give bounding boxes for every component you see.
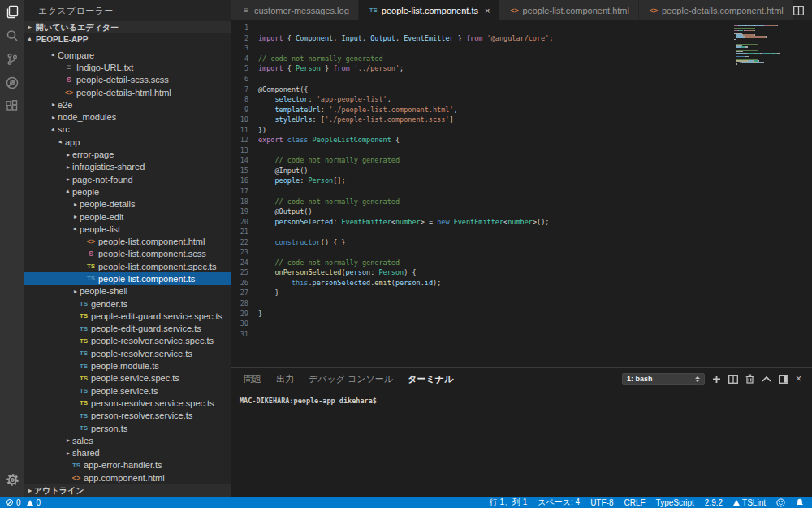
tab-customer-messages.log[interactable]: ≡customer-messages.log [231,0,358,20]
code-line-27[interactable]: 27 } [231,288,812,298]
maximize-panel-icon[interactable] [762,376,771,382]
code-line-18[interactable]: 18 // code not normally generated [231,196,812,206]
code-line-1[interactable]: 1 [231,23,812,33]
tree-item-people[interactable]: ▸people [24,185,231,198]
feedback-smiley-icon[interactable] [776,498,785,507]
code-line-2[interactable]: 2import { Component, Input, Output, Even… [231,33,812,44]
code-line-13[interactable]: 13 [231,145,812,156]
debug-icon[interactable] [0,71,24,94]
tree-item-people-list[interactable]: ▸people-list [24,223,231,235]
tab-people-details.component.html[interactable]: <>people-details.component.html [639,0,793,20]
language-mode[interactable]: TypeScript [656,498,694,507]
tree-item-people-resolver.service.ts[interactable]: TSpeople-resolver.service.ts [24,347,231,359]
code-line-30[interactable]: 30 [231,319,812,329]
tree-item-people-edit[interactable]: ▸people-edit [24,211,231,223]
code-line-26[interactable]: 26 this.personSelected.emit(person.id); [231,278,812,289]
code-line-12[interactable]: 12export class PeopleListComponent { [231,135,812,145]
tree-item-person-resolver.service.spec.ts[interactable]: TSperson-resolver.service.spec.ts [24,397,231,409]
kill-terminal-trash-icon[interactable] [745,374,754,384]
code-line-16[interactable]: 16 people: Person[]; [231,176,812,186]
code-line-4[interactable]: 4// code not normally generated [231,54,812,64]
code-line-20[interactable]: 20 personSelected: EventEmitter<number> … [231,216,812,227]
code-line-23[interactable]: 23 [231,247,812,258]
code-line-14[interactable]: 14 // code not normally generated [231,155,812,166]
encoding[interactable]: UTF-8 [590,498,613,507]
code-line-28[interactable]: 28 [231,298,812,309]
tree-item-person.ts[interactable]: TSperson.ts [24,422,231,434]
terminal-shell-select[interactable]: 1: bash [622,373,705,385]
tree-item-src[interactable]: ▸src [24,124,231,136]
panel-tab-デバッグ コンソール[interactable]: デバッグ コンソール [309,368,393,389]
typescript-version[interactable]: 2.9.2 [705,498,723,507]
code-line-15[interactable]: 15 @Input() [231,166,812,176]
split-terminal-icon[interactable] [728,375,738,384]
tree-item-people-list.component.scss[interactable]: Speople-list.component.scss [24,248,231,260]
tree-item-app-error-handler.ts[interactable]: TSapp-error-handler.ts [24,459,231,471]
indentation-setting[interactable]: スペース: 4 [538,497,580,508]
problems-status[interactable]: 0 0 [6,498,41,507]
tree-item-people.module.ts[interactable]: TSpeople.module.ts [24,359,231,371]
project-section[interactable]: ▸ PEOPLE-APP [24,33,231,46]
code-line-22[interactable]: 22 constructor() { } [231,237,812,247]
code-line-17[interactable]: 17 [231,186,812,197]
settings-gear-icon[interactable] [0,468,24,492]
code-line-8[interactable]: 8 selector: 'app-people-list', [231,94,812,105]
tree-item-people-shell[interactable]: ▸people-shell [24,285,231,297]
tslint-status[interactable]: TSLint [733,498,766,507]
code-line-3[interactable]: 3 [231,43,812,54]
tree-item-people-edit-guard.service.ts[interactable]: TSpeople-edit-guard.service.ts [24,323,231,335]
extensions-icon[interactable] [0,94,24,118]
source-control-icon[interactable] [0,47,24,71]
tree-item-app[interactable]: ▸app [24,136,231,148]
code-line-7[interactable]: 7@Component({ [231,84,812,94]
code-line-5[interactable]: 5import { Person } from '../person'; [231,63,812,74]
tree-item-error-page[interactable]: ▸error-page [24,148,231,160]
code-editor[interactable]: 12import { Component, Input, Output, Eve… [231,20,812,367]
tree-item-people-list.component.ts[interactable]: TSpeople-list.component.ts [24,272,231,284]
code-line-11[interactable]: 11}) [231,124,812,135]
tree-item-people.service.spec.ts[interactable]: TSpeople.service.spec.ts [24,372,231,384]
eol-setting[interactable]: CRLF [624,498,645,507]
tree-item-person-resolver.service.ts[interactable]: TSperson-resolver.service.ts [24,410,231,422]
minimap[interactable] [734,24,801,72]
tree-item-people.service.ts[interactable]: TSpeople.service.ts [24,384,231,397]
close-panel-icon[interactable]: × [796,373,801,384]
tree-item-page-not-found[interactable]: ▸page-not-found [24,173,231,185]
panel-position-icon[interactable] [779,375,788,384]
code-line-9[interactable]: 9 templateUrl: './people-list.component.… [231,104,812,115]
tree-item-people-list.component.html[interactable]: <>people-list.component.html [24,235,231,247]
tab-people-list.component.ts[interactable]: TSpeople-list.component.ts× [359,0,499,20]
code-line-31[interactable]: 31 [231,328,812,339]
tree-item-gender.ts[interactable]: TSgender.ts [24,297,231,310]
tree-item-Indigo-URL.txt[interactable]: ≡Indigo-URL.txt [24,61,231,73]
tree-item-shared[interactable]: ▸shared [24,447,231,459]
tab-people-list.component.html[interactable]: <>people-list.component.html [499,0,637,20]
outline-section[interactable]: ▸ アウトライン [24,484,231,497]
panel-tab-問題[interactable]: 問題 [244,368,261,389]
tree-item-e2e[interactable]: ▸e2e [24,98,231,111]
open-editors-section[interactable]: ▸ 開いているエディター [24,21,231,33]
tree-item-node_modules[interactable]: ▸node_modules [24,111,231,123]
code-line-10[interactable]: 10 styleUrls: ['./people-list.component.… [231,115,812,125]
tree-item-infragistics-shared[interactable]: ▸infragistics-shared [24,161,231,173]
panel-tab-出力[interactable]: 出力 [276,368,294,389]
tree-item-Compare[interactable]: ▸Compare [24,49,231,61]
tree-item-sales[interactable]: ▸sales [24,434,231,446]
cursor-position[interactable]: 行 1、列 1 [490,497,528,508]
code-line-19[interactable]: 19 @Output() [231,206,812,217]
close-tab-icon[interactable]: × [485,6,490,15]
search-icon[interactable] [0,24,24,47]
split-editor-icon[interactable] [793,6,804,15]
code-line-6[interactable]: 6 [231,74,812,85]
code-line-24[interactable]: 24 // code not normally generated [231,258,812,268]
code-line-29[interactable]: 29} [231,308,812,319]
notifications-bell-icon[interactable] [796,498,804,507]
tree-item-people-edit-guard.service.spec.ts[interactable]: TSpeople-edit-guard.service.spec.ts [24,310,231,322]
tree-item-people-details-html.html[interactable]: <>people-details-html.html [24,86,231,98]
tree-item-people-details[interactable]: ▸people-details [24,198,231,211]
code-line-21[interactable]: 21 [231,227,812,237]
tree-item-people-resolver.service.spec.ts[interactable]: TSpeople-resolver.service.spec.ts [24,335,231,347]
tree-item-people-detail-scss.scss[interactable]: Speople-detail-scss.scss [24,74,231,86]
tree-item-app.component.html[interactable]: <>app.component.html [24,471,231,484]
tree-item-people-list.component.spec.ts[interactable]: TSpeople-list.component.spec.ts [24,260,231,272]
